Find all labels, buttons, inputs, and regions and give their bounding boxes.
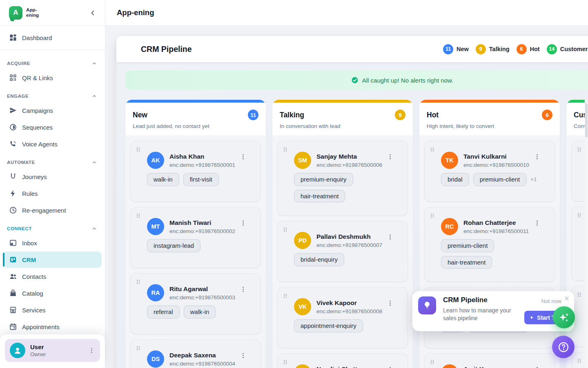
sidebar-section-acquire[interactable]: ACQUIRE — [0, 54, 105, 69]
card-menu-button[interactable] — [387, 300, 394, 307]
drag-handle[interactable] — [577, 292, 582, 298]
lead-avatar: RC — [441, 218, 458, 235]
kanban-column-new: New11 Lead just added, no contact yet AK… — [125, 100, 266, 368]
lead-avatar: SM — [294, 152, 311, 169]
drag-handle[interactable] — [136, 279, 141, 285]
card-menu-button[interactable] — [387, 153, 394, 160]
lead-card[interactable]: AK Aisha Khan enc:demo:+919876500001 wal… — [130, 141, 261, 202]
board-scrollbar[interactable] — [585, 100, 588, 368]
lead-card[interactable]: DS Deepak Saxena enc:demo:+919876500004 — [130, 339, 261, 368]
card-menu-button[interactable] — [534, 153, 541, 160]
lead-avatar: VK — [294, 298, 311, 315]
card-menu-button[interactable] — [240, 220, 247, 227]
sidebar-collapse-button[interactable] — [89, 9, 97, 17]
drag-handle[interactable] — [577, 212, 582, 218]
sidebar-item-qr-links[interactable]: QR & Links — [3, 70, 102, 86]
lead-tag: walk-in — [184, 305, 216, 319]
column-title: Talking — [280, 111, 304, 119]
lead-avatar: DS — [147, 350, 164, 368]
lead-name: Manish Tiwari — [169, 218, 235, 227]
lead-card[interactable]: RA Ritu Agarwal enc:demo:+919876500003 r… — [130, 273, 261, 334]
stage-count: 6 — [517, 44, 527, 54]
drag-handle[interactable] — [577, 146, 582, 153]
stage-badge-hot: 6Hot — [517, 44, 540, 54]
lead-tag: first-visit — [183, 173, 219, 186]
drag-handle[interactable] — [430, 213, 435, 219]
sidebar-item-rules[interactable]: Rules — [3, 185, 102, 202]
user-menu-button[interactable] — [88, 347, 95, 354]
drag-handle[interactable] — [430, 146, 435, 153]
sidebar-item-inbox[interactable]: Inbox — [3, 235, 102, 251]
board-scrollbar-thumb[interactable] — [585, 103, 588, 137]
check-circle-icon — [351, 76, 359, 84]
sidebar-item-campaigns[interactable]: Campaigns — [3, 102, 102, 119]
more-tags-label: +1 — [530, 176, 537, 182]
lead-card[interactable]: TK Tanvi Kulkarni enc:demo:+919876500010… — [424, 141, 555, 202]
catalog-icon — [9, 289, 17, 297]
sidebar-item-services[interactable]: Services — [3, 302, 102, 318]
sidebar-section-connect[interactable]: CONNECT — [0, 219, 105, 234]
lead-card[interactable]: RC Rohan Chatterjee enc:demo:+9198765000… — [424, 207, 555, 282]
user-card[interactable]: User Owner — [5, 339, 100, 362]
alert-text: All caught up! No alerts right now. — [362, 77, 453, 84]
sidebar-item-sequences[interactable]: Sequences — [3, 119, 102, 135]
sidebar-item-re-engagement[interactable]: Re-engagement — [3, 202, 102, 218]
sidebar-item-dashboard[interactable]: Dashboard — [3, 29, 102, 46]
lead-card[interactable]: AK Amit Kumar — [424, 353, 555, 368]
drag-handle[interactable] — [283, 293, 288, 299]
drag-handle[interactable] — [136, 146, 141, 153]
not-now-button[interactable]: Not now — [541, 298, 561, 304]
card-menu-button[interactable] — [534, 220, 541, 227]
sidebar-item-voice-agents[interactable]: Voice Agents — [3, 136, 102, 152]
play-icon — [530, 315, 534, 320]
lead-avatar: TK — [441, 152, 458, 169]
lead-tag: referral — [147, 305, 180, 319]
sidebar-item-crm[interactable]: CRM — [3, 251, 102, 268]
card-menu-button[interactable] — [240, 286, 247, 293]
lead-avatar: RA — [147, 284, 164, 301]
drag-handle[interactable] — [577, 358, 582, 364]
stage-count: 14 — [547, 44, 557, 54]
card-menu-button[interactable] — [387, 366, 394, 368]
sidebar-item-catalog[interactable]: Catalog — [3, 285, 102, 301]
drag-handle[interactable] — [283, 227, 288, 233]
column-body: SM Sanjay Mehta enc:demo:+919876500006 p… — [272, 135, 413, 368]
card-menu-button[interactable] — [240, 153, 247, 160]
ai-assistant-fab[interactable] — [553, 306, 575, 328]
sidebar-item-appointments[interactable]: Appointments — [3, 319, 102, 334]
column-count-badge: 6 — [542, 110, 552, 120]
kebab-icon — [240, 220, 247, 227]
lead-card[interactable]: NS Nandini Shetty — [277, 353, 408, 368]
drag-handle-icon — [430, 146, 435, 153]
lead-phone: enc:demo:+919876500008 — [316, 308, 382, 314]
lead-card[interactable]: VK Vivek Kapoor enc:demo:+919876500008 a… — [277, 287, 408, 348]
sidebar-section-engage[interactable]: ENGAGE — [0, 86, 105, 102]
card-menu-button[interactable] — [240, 352, 247, 359]
sidebar-section-automate[interactable]: AUTOMATE — [0, 153, 105, 168]
close-icon[interactable] — [564, 295, 570, 302]
drag-handle[interactable] — [430, 359, 435, 365]
drag-handle-icon — [430, 359, 435, 365]
card-menu-button[interactable] — [387, 233, 394, 240]
column-header: New11 Lead just added, no contact yet — [125, 103, 266, 135]
sidebar-item-journeys[interactable]: Journeys — [3, 168, 102, 185]
card-menu-button[interactable] — [534, 366, 541, 368]
help-fab[interactable] — [552, 336, 575, 358]
chevron-up-icon — [91, 226, 97, 231]
drag-handle[interactable] — [136, 345, 141, 351]
drag-handle[interactable] — [283, 146, 288, 153]
drag-handle[interactable] — [283, 359, 288, 365]
column-body: AK Aisha Khan enc:demo:+919876500001 wal… — [125, 135, 266, 368]
stage-badge-new: 11New — [443, 44, 469, 54]
services-icon — [9, 306, 17, 314]
alert-banner: All caught up! No alerts right now. — [125, 70, 588, 90]
lead-tag: premium-client — [441, 239, 494, 252]
check-circle-icon — [351, 76, 359, 84]
dashboard-icon — [9, 34, 17, 42]
sidebar-item-contacts[interactable]: Contacts — [3, 268, 102, 285]
lead-card[interactable]: PD Pallavi Deshmukh enc:demo:+9198765000… — [277, 221, 408, 282]
lead-card[interactable]: MT Manish Tiwari enc:demo:+919876500002 … — [130, 207, 261, 268]
lead-card[interactable]: SM Sanjay Mehta enc:demo:+919876500006 p… — [277, 141, 408, 216]
chevron-up-icon — [91, 159, 97, 165]
drag-handle[interactable] — [136, 213, 141, 219]
